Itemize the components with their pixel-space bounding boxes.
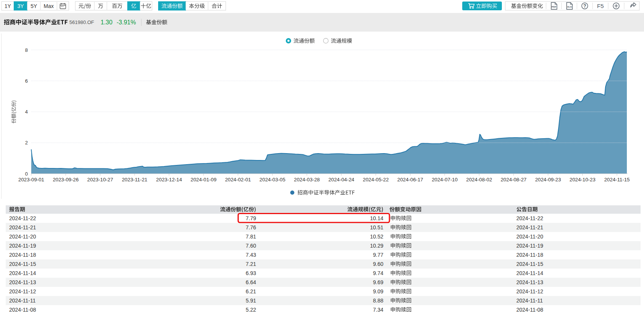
svg-text:9.74: 9.74 <box>373 270 383 276</box>
svg-text:2024-06-17: 2024-06-17 <box>397 177 423 182</box>
svg-text:2024-07-10: 2024-07-10 <box>432 177 458 182</box>
svg-text:2024-03-28: 2024-03-28 <box>294 177 320 182</box>
svg-text:2023-12-14: 2023-12-14 <box>156 177 182 182</box>
svg-text:2024-11-11: 2024-11-11 <box>516 298 543 304</box>
svg-text:7.34: 7.34 <box>373 307 383 312</box>
svg-text:6.64: 6.64 <box>246 279 256 285</box>
svg-text:10.14: 10.14 <box>370 215 383 221</box>
svg-text:9.77: 9.77 <box>373 252 383 258</box>
svg-text:10.52: 10.52 <box>370 234 383 240</box>
svg-text:5.22: 5.22 <box>246 307 256 312</box>
svg-text:F5: F5 <box>597 3 604 9</box>
svg-text:7.81: 7.81 <box>246 234 256 240</box>
svg-text:2024-11-15: 2024-11-15 <box>516 261 543 267</box>
svg-text:2024-05-22: 2024-05-22 <box>363 177 389 182</box>
svg-text:2024-02-01: 2024-02-01 <box>225 177 251 182</box>
svg-text:PDF: PDF <box>552 5 557 8</box>
svg-text:2024-03-05: 2024-03-05 <box>260 177 285 182</box>
svg-text:2023-09-01: 2023-09-01 <box>18 177 44 182</box>
svg-text:8.88: 8.88 <box>373 298 383 304</box>
svg-text:2024-11-15: 2024-11-15 <box>604 177 630 182</box>
svg-text:2024-11-08: 2024-11-08 <box>516 307 543 312</box>
svg-text:Max: Max <box>44 3 54 9</box>
svg-text:561980.OF: 561980.OF <box>69 19 94 25</box>
svg-text:2023-11-21: 2023-11-21 <box>122 177 147 182</box>
svg-text:XLS: XLS <box>567 5 572 8</box>
svg-text:7.79: 7.79 <box>246 215 256 221</box>
svg-text:2024-11-20: 2024-11-20 <box>9 234 36 240</box>
svg-text:10.51: 10.51 <box>370 224 383 230</box>
svg-text:2024-01-09: 2024-01-09 <box>191 177 216 182</box>
svg-text:0: 0 <box>25 171 28 177</box>
svg-text:2024-11-19: 2024-11-19 <box>516 243 543 249</box>
svg-text:7.60: 7.60 <box>246 243 256 249</box>
svg-text:2024-11-14: 2024-11-14 <box>9 270 36 276</box>
svg-text:6.93: 6.93 <box>246 270 256 276</box>
svg-text:7.43: 7.43 <box>246 252 256 258</box>
svg-text:2023-09-26: 2023-09-26 <box>53 177 78 182</box>
svg-text:7.21: 7.21 <box>246 261 256 267</box>
svg-text:2024-08-27: 2024-08-27 <box>501 177 527 182</box>
svg-text:2024-10-23: 2024-10-23 <box>570 177 596 182</box>
svg-text:9.60: 9.60 <box>373 261 383 267</box>
svg-text:2024-11-12: 2024-11-12 <box>9 288 36 294</box>
svg-text:2024-11-08: 2024-11-08 <box>9 307 36 312</box>
svg-text:2024-11-21: 2024-11-21 <box>9 224 36 230</box>
svg-text:2023-10-27: 2023-10-27 <box>87 177 113 182</box>
svg-text:8: 8 <box>25 47 28 53</box>
svg-text:2024-11-15: 2024-11-15 <box>9 261 36 267</box>
svg-text:2: 2 <box>25 140 28 146</box>
svg-text:5.91: 5.91 <box>246 298 256 304</box>
svg-text:?: ? <box>583 3 586 9</box>
svg-text:2024-11-13: 2024-11-13 <box>9 279 36 285</box>
svg-text:1.30: 1.30 <box>101 19 112 26</box>
svg-text:2024-11-11: 2024-11-11 <box>9 298 36 304</box>
svg-text:9.69: 9.69 <box>373 279 383 285</box>
svg-text:10.29: 10.29 <box>370 243 383 249</box>
svg-text:1Y: 1Y <box>5 3 11 9</box>
svg-text:2024-11-13: 2024-11-13 <box>516 279 543 285</box>
svg-text:6.21: 6.21 <box>246 288 256 294</box>
svg-text:2024-11-22: 2024-11-22 <box>9 215 36 221</box>
svg-text:2024-04-24: 2024-04-24 <box>328 177 354 182</box>
svg-text:5Y: 5Y <box>30 3 37 9</box>
svg-text:2024-11-20: 2024-11-20 <box>516 234 543 240</box>
svg-text:-3.91%: -3.91% <box>117 19 136 26</box>
svg-text:2024-11-22: 2024-11-22 <box>516 215 543 221</box>
svg-text:2024-11-14: 2024-11-14 <box>516 270 543 276</box>
svg-text:2024-09-23: 2024-09-23 <box>535 177 561 182</box>
svg-text:2024-11-12: 2024-11-12 <box>516 288 543 294</box>
svg-text:2024-11-19: 2024-11-19 <box>9 243 36 249</box>
svg-text:2024-11-18: 2024-11-18 <box>9 252 36 258</box>
svg-text:2024-11-21: 2024-11-21 <box>516 224 543 230</box>
svg-text:3Y: 3Y <box>17 3 24 9</box>
svg-text:6: 6 <box>25 78 28 84</box>
svg-text:2024-08-02: 2024-08-02 <box>466 177 492 182</box>
svg-text:2024-11-18: 2024-11-18 <box>516 252 543 258</box>
svg-text:7.76: 7.76 <box>246 224 256 230</box>
svg-text:4: 4 <box>25 109 28 115</box>
svg-text:9.09: 9.09 <box>373 288 383 294</box>
